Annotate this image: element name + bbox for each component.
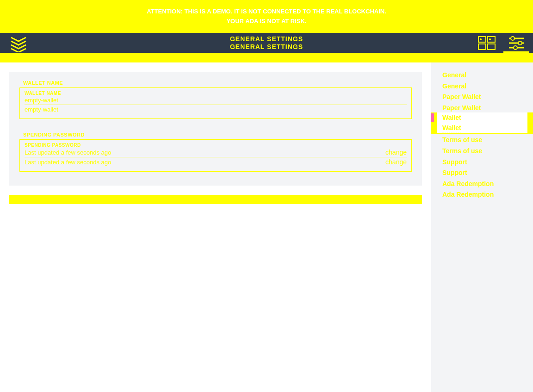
settings-sidebar: General General Paper Wallet Paper Walle… — [431, 62, 533, 392]
svg-point-4 — [480, 38, 482, 40]
sidebar-item-terms-1[interactable]: Terms of use — [431, 135, 533, 146]
wallet-name-field[interactable]: WALLET NAME empty-wallet empty-wallet — [19, 87, 412, 119]
spending-password-field: SPENDING PASSWORD Last updated a few sec… — [19, 139, 412, 172]
spending-password-row-2: Last updated a few seconds ago change — [25, 157, 407, 167]
sidebar-item-ada-redemption-2[interactable]: Ada Redemption — [431, 189, 533, 200]
active-accent — [431, 113, 434, 122]
wallet-name-value-row-1[interactable]: empty-wallet — [25, 96, 407, 105]
settings-panel: WALLET NAME WALLET NAME empty-wallet emp… — [9, 72, 422, 186]
banner-line1: ATTENTION: THIS IS A DEMO. IT IS NOT CON… — [147, 7, 386, 17]
sidebar-item-wallet-label-1: Wallet — [442, 114, 461, 122]
topbar-actions — [477, 35, 527, 51]
yellow-substrip — [0, 53, 533, 62]
sliders-icon[interactable] — [506, 35, 527, 51]
sidebar-item-general-1[interactable]: General — [431, 70, 533, 81]
topbar: GENERAL SETTINGS GENERAL SETTINGS — [0, 33, 533, 53]
svg-rect-3 — [488, 44, 495, 50]
svg-rect-1 — [488, 37, 495, 42]
work-area: WALLET NAME WALLET NAME empty-wallet emp… — [0, 62, 533, 392]
panel-bottom-highlight — [9, 195, 422, 204]
sidebar-item-ada-redemption-1[interactable]: Ada Redemption — [431, 179, 533, 190]
spending-password-label-outer: SPENDING PASSWORD — [19, 132, 412, 137]
panel-gap — [9, 186, 422, 195]
svg-point-9 — [518, 41, 522, 45]
wallet-name-label-inner: WALLET NAME — [25, 91, 407, 96]
wallet-name-value-2: empty-wallet — [25, 106, 58, 113]
svg-rect-2 — [478, 44, 486, 50]
sidebar-item-general-2[interactable]: General — [431, 81, 533, 92]
sidebar-item-support-1[interactable]: Support — [431, 157, 533, 168]
title-line-1: GENERAL SETTINGS — [0, 35, 533, 43]
grid-icon[interactable] — [477, 35, 497, 51]
title-line-2: GENERAL SETTINGS — [0, 43, 533, 51]
sidebar-item-paper-wallet-2[interactable]: Paper Wallet — [431, 103, 533, 113]
sidebar-item-paper-wallet-1[interactable]: Paper Wallet — [431, 92, 533, 103]
page-title: GENERAL SETTINGS GENERAL SETTINGS — [0, 35, 533, 51]
settings-panel-wrap: WALLET NAME WALLET NAME empty-wallet emp… — [0, 62, 431, 392]
sidebar-item-terms-2[interactable]: Terms of use — [431, 146, 533, 157]
change-password-link-2[interactable]: change — [385, 158, 407, 166]
wallet-name-value-row-2[interactable]: empty-wallet — [25, 105, 407, 114]
svg-point-7 — [511, 37, 514, 40]
spending-password-label-inner: SPENDING PASSWORD — [25, 143, 407, 148]
banner-line2: YOUR ADA IS NOT AT RISK. — [226, 17, 306, 26]
svg-point-5 — [489, 38, 491, 40]
sidebar-item-support-2[interactable]: Support — [431, 168, 533, 179]
svg-rect-0 — [478, 37, 486, 42]
spending-password-status-2: Last updated a few seconds ago — [25, 159, 111, 166]
change-password-link-1[interactable]: change — [385, 149, 407, 156]
svg-point-11 — [514, 46, 517, 50]
sidebar-item-wallet-active[interactable]: Wallet — [431, 112, 533, 123]
sidebar-item-wallet-active-2[interactable]: Wallet — [431, 123, 533, 134]
spending-password-row-1: Last updated a few seconds ago change — [25, 148, 407, 157]
wallet-name-label-outer: WALLET NAME — [19, 80, 412, 86]
demo-banner: ATTENTION: THIS IS A DEMO. IT IS NOT CON… — [0, 0, 533, 33]
spending-password-status-1: Last updated a few seconds ago — [25, 149, 111, 156]
sidebar-item-wallet-label-2: Wallet — [442, 124, 461, 132]
active-tab-indicator — [503, 51, 529, 61]
wallet-name-value-1: empty-wallet — [25, 97, 58, 104]
